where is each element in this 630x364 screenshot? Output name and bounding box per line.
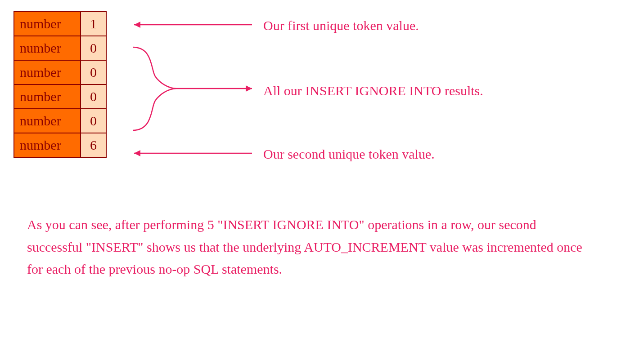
row-label: number	[14, 109, 81, 133]
annotation-first: Our first unique token value.	[263, 17, 419, 34]
table-row: number 1	[14, 12, 106, 36]
row-value: 0	[81, 85, 106, 108]
row-value: 6	[81, 133, 106, 157]
row-value: 1	[81, 12, 106, 36]
row-label: number	[14, 133, 81, 157]
table-row: number 0	[14, 109, 106, 133]
row-label: number	[14, 12, 81, 36]
arrow-right-icon	[246, 85, 252, 92]
row-label: number	[14, 61, 81, 84]
table-row: number 0	[14, 36, 106, 61]
table-row: number 0	[14, 61, 106, 85]
arrow-left-icon	[134, 22, 140, 28]
brace-curve	[133, 47, 176, 130]
table-row: number 0	[14, 85, 106, 109]
annotation-middle: All our INSERT IGNORE INTO results.	[263, 82, 483, 99]
table-row: number 6	[14, 133, 106, 157]
arrow-left-icon	[134, 150, 140, 156]
explanation-paragraph: As you can see, after performing 5 "INSE…	[27, 213, 590, 280]
row-label: number	[14, 85, 81, 108]
result-table: number 1 number 0 number 0 number 0 numb…	[14, 11, 107, 158]
row-value: 0	[81, 109, 106, 133]
row-value: 0	[81, 36, 106, 60]
annotation-last: Our second unique token value.	[263, 145, 435, 163]
row-label: number	[14, 36, 81, 60]
row-value: 0	[81, 61, 106, 84]
